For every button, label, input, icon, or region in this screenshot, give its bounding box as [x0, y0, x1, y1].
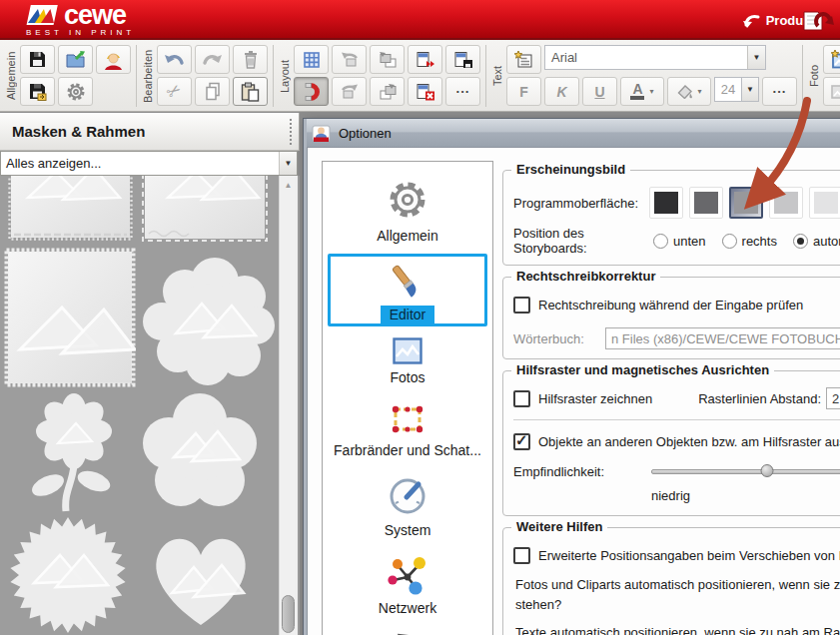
font-size-value[interactable]: 24	[714, 77, 742, 102]
account-button[interactable]	[96, 45, 131, 74]
woerterbuch-input[interactable]: n Files (x86)/CEWE/CEWE FOTOBUCH Softw	[605, 327, 840, 349]
spellcheck-checkbox[interactable]	[513, 297, 530, 314]
category-editor[interactable]: Editor	[328, 254, 487, 326]
gear-icon	[66, 82, 86, 102]
chevron-down-icon[interactable]: ▼	[742, 77, 759, 102]
fill-color-button[interactable]: ▾	[667, 77, 711, 106]
mask-rect-frame-stitched[interactable]	[140, 176, 270, 247]
section-label-allgemein: Allgemein	[5, 45, 17, 107]
scrollbar-thumb[interactable]	[282, 595, 295, 633]
erweiterte-positionsangaben-checkbox[interactable]	[513, 547, 530, 564]
rotate-ccw-button[interactable]	[332, 45, 367, 74]
page-floppy-icon	[453, 51, 473, 69]
chevron-down-icon[interactable]: ▼	[747, 46, 765, 69]
category-info[interactable]: i	[326, 624, 489, 635]
mask-square-frame-grunge[interactable]	[4, 248, 136, 390]
hilfsraster-checkbox[interactable]	[513, 390, 530, 407]
save-button[interactable]	[20, 45, 55, 74]
snap-button[interactable]	[294, 77, 329, 106]
settings-button[interactable]	[58, 77, 93, 106]
theme-swatch-dark[interactable]	[689, 187, 723, 219]
gauge-icon	[387, 475, 428, 517]
theme-swatch-medium[interactable]	[729, 187, 763, 219]
text-star-icon	[514, 51, 534, 69]
mask-heart[interactable]	[138, 521, 264, 635]
mask-flower-with-stem[interactable]	[22, 389, 126, 520]
rotate-right-icon	[340, 83, 360, 101]
slider-handle[interactable]	[760, 464, 773, 477]
add-photo-button[interactable]	[823, 45, 840, 74]
hilfsraster-label: Hilfsraster zeichnen	[538, 391, 652, 406]
category-farbraender[interactable]: Farbränder und Schat...	[326, 393, 489, 466]
image-star-icon	[830, 50, 840, 70]
font-family-select[interactable]: Arial ▼	[544, 45, 766, 70]
copy-button[interactable]	[195, 77, 230, 106]
rasterlinien-abstand-input[interactable]: 2 m	[826, 387, 840, 409]
cut-button[interactable]: ✂	[157, 77, 192, 106]
masks-scrollbar[interactable]: ▲	[279, 176, 298, 635]
category-netzwerk[interactable]: Netzwerk	[326, 546, 489, 624]
italic-label: K	[556, 84, 566, 100]
paste-icon	[241, 82, 260, 102]
avatar-icon	[103, 49, 124, 70]
theme-swatch-lightest[interactable]	[809, 187, 840, 219]
redo-icon	[202, 51, 223, 68]
undo-button[interactable]	[157, 45, 192, 74]
paste-button[interactable]	[233, 77, 268, 106]
open-button[interactable]	[58, 45, 93, 74]
grid-button[interactable]	[294, 45, 329, 74]
dialog-titlebar[interactable]: Optionen	[307, 119, 840, 147]
dialog-client-area: Allgemein Editor Fotos Farbränder und Sc…	[307, 147, 840, 635]
mask-rect-frame-grunge[interactable]	[8, 176, 133, 245]
delete-page-button[interactable]	[408, 77, 442, 106]
text-more-button[interactable]: ...	[762, 77, 797, 106]
save-as-button[interactable]	[20, 77, 55, 106]
underline-button[interactable]: U	[582, 77, 617, 106]
scroll-up-icon[interactable]: ▲	[282, 178, 295, 193]
scissors-icon: ✂	[163, 79, 187, 104]
cewe-logo: cewe BEST IN PRINT	[24, 3, 135, 37]
rotate-cw-button[interactable]	[332, 77, 367, 106]
theme-swatch-darkest[interactable]	[649, 187, 683, 219]
floppy-badge-icon	[28, 82, 47, 101]
category-system[interactable]: System	[326, 466, 489, 546]
category-allgemein[interactable]: Allgemein	[326, 168, 489, 252]
bold-button[interactable]: F	[506, 77, 541, 106]
delete-button[interactable]	[233, 45, 268, 74]
mask-starburst[interactable]	[8, 515, 128, 635]
objekte-ausrichten-checkbox[interactable]	[513, 433, 530, 450]
font-color-button[interactable]: A ▾	[620, 77, 664, 106]
masks-thumbnail-list: ▲	[0, 176, 300, 635]
layers-back-icon	[378, 51, 398, 69]
empfindlichkeit-slider[interactable]	[651, 464, 840, 478]
basket-book-icon[interactable]	[802, 6, 836, 34]
font-style-button[interactable]	[506, 45, 541, 74]
radio-rechts[interactable]	[722, 234, 737, 249]
bold-label: F	[519, 84, 528, 100]
theme-swatch-light[interactable]	[769, 187, 803, 219]
chevron-down-icon[interactable]: ▼	[279, 152, 297, 175]
group-weitere-hilfen: Weitere Hilfen Erweiterte Positionsangab…	[502, 527, 840, 635]
next-page-button[interactable]	[408, 45, 442, 74]
radio-unten[interactable]	[653, 234, 668, 249]
panel-drag-handle-icon[interactable]	[290, 119, 294, 145]
send-backward-button[interactable]	[370, 45, 405, 74]
slider-track[interactable]	[651, 469, 840, 474]
redo-button[interactable]	[195, 45, 230, 74]
niedrig-label: niedrig	[651, 488, 690, 503]
floppy-icon	[28, 50, 47, 69]
enhance-photo-button[interactable]	[823, 77, 840, 106]
italic-button[interactable]: K	[544, 77, 579, 106]
layout-more-button[interactable]: ...	[445, 77, 480, 106]
section-label-layout: Layout	[279, 45, 291, 107]
category-label: Editor	[381, 306, 435, 323]
radio-automatisch[interactable]	[793, 234, 808, 249]
bring-forward-button[interactable]	[370, 77, 405, 106]
category-label: System	[385, 522, 431, 538]
masks-filter-select[interactable]: Alles anzeigen... ▼	[0, 151, 298, 176]
mask-cloud[interactable]	[140, 252, 278, 390]
save-page-button[interactable]	[445, 45, 480, 74]
category-fotos[interactable]: Fotos	[326, 328, 489, 393]
group-divider	[513, 419, 840, 420]
mask-five-petal-flower[interactable]	[138, 391, 262, 514]
